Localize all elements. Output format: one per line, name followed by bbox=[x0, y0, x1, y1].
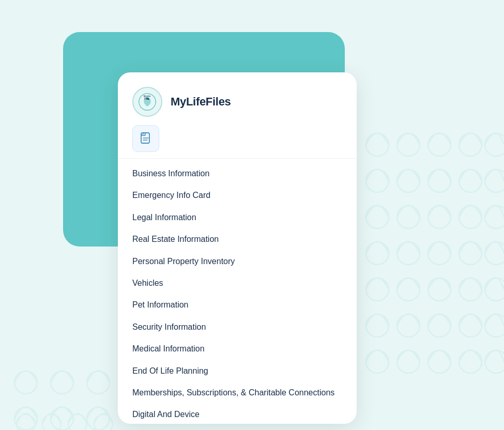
svg-point-11 bbox=[428, 170, 451, 192]
sidebar-item-label-personal-property-inventory: Personal Property Inventory bbox=[132, 257, 235, 266]
svg-point-35 bbox=[397, 350, 420, 373]
svg-point-2 bbox=[68, 414, 87, 430]
svg-point-30 bbox=[397, 314, 420, 337]
sidebar-panel: MyLife Files MyLifeFiles Business Inform… bbox=[118, 72, 357, 424]
svg-point-40 bbox=[51, 371, 73, 394]
svg-point-26 bbox=[428, 278, 451, 301]
svg-point-32 bbox=[459, 314, 482, 337]
file-icon bbox=[139, 131, 153, 146]
sidebar-item-label-digital-and-device: Digital And Device bbox=[132, 410, 200, 419]
svg-point-4 bbox=[366, 133, 389, 156]
navigation-list: Business InformationEmergency Info CardL… bbox=[118, 163, 357, 424]
sidebar-item-medical-information[interactable]: Medical Information bbox=[118, 338, 357, 360]
svg-point-19 bbox=[366, 242, 389, 265]
document-icon-button[interactable] bbox=[132, 125, 159, 152]
svg-point-37 bbox=[459, 350, 482, 373]
svg-point-20 bbox=[397, 242, 420, 265]
sidebar-header: MyLife Files MyLifeFiles bbox=[118, 72, 357, 125]
svg-point-31 bbox=[428, 314, 451, 337]
svg-point-14 bbox=[366, 206, 389, 228]
svg-point-16 bbox=[428, 206, 451, 228]
svg-point-25 bbox=[397, 278, 420, 301]
app-logo: MyLife Files bbox=[132, 87, 162, 117]
svg-point-27 bbox=[459, 278, 482, 301]
svg-point-9 bbox=[366, 170, 389, 192]
svg-point-22 bbox=[459, 242, 482, 265]
sidebar-item-security-information[interactable]: Security Information bbox=[118, 316, 357, 338]
svg-point-21 bbox=[428, 242, 451, 265]
svg-point-29 bbox=[366, 314, 389, 337]
sidebar-item-label-security-information: Security Information bbox=[132, 323, 206, 331]
svg-point-7 bbox=[459, 133, 482, 156]
svg-point-39 bbox=[14, 371, 37, 394]
svg-point-15 bbox=[397, 206, 420, 228]
sidebar-item-label-vehicles: Vehicles bbox=[132, 279, 163, 287]
svg-point-41 bbox=[87, 371, 110, 394]
sidebar-item-end-of-life-planning[interactable]: End Of Life Planning bbox=[118, 360, 357, 382]
sidebar-item-label-end-of-life-planning: End Of Life Planning bbox=[132, 366, 208, 375]
sidebar-item-label-memberships-subscriptions-charitable-connections: Memberships, Subscriptions, & Charitable… bbox=[132, 388, 334, 397]
sidebar-item-digital-and-device[interactable]: Digital And Device bbox=[118, 404, 357, 424]
svg-point-44 bbox=[87, 407, 110, 430]
sidebar-item-label-business-information: Business Information bbox=[132, 169, 209, 178]
sidebar-item-label-emergency-info-card: Emergency Info Card bbox=[132, 191, 210, 199]
sidebar-item-label-real-estate-information: Real Estate Information bbox=[132, 235, 219, 243]
sidebar-item-legal-information[interactable]: Legal Information bbox=[118, 207, 357, 228]
sidebar-item-personal-property-inventory[interactable]: Personal Property Inventory bbox=[118, 251, 357, 272]
svg-point-6 bbox=[428, 133, 451, 156]
sidebar-item-pet-information[interactable]: Pet Information bbox=[118, 294, 357, 316]
sidebar-item-label-medical-information: Medical Information bbox=[132, 344, 205, 353]
sidebar-item-vehicles[interactable]: Vehicles bbox=[118, 272, 357, 294]
logo-icon: MyLife Files bbox=[138, 93, 157, 111]
svg-point-24 bbox=[366, 278, 389, 301]
app-title: MyLifeFiles bbox=[171, 95, 231, 109]
sidebar-item-real-estate-information[interactable]: Real Estate Information bbox=[118, 228, 357, 250]
svg-point-17 bbox=[459, 206, 482, 228]
sidebar-item-label-pet-information: Pet Information bbox=[132, 300, 189, 309]
svg-text:Files: Files bbox=[144, 98, 149, 100]
svg-point-36 bbox=[428, 350, 451, 373]
svg-point-12 bbox=[459, 170, 482, 192]
svg-point-34 bbox=[366, 350, 389, 373]
svg-point-10 bbox=[397, 170, 420, 192]
sidebar-item-business-information[interactable]: Business Information bbox=[118, 163, 357, 185]
divider bbox=[118, 158, 357, 159]
svg-point-5 bbox=[397, 133, 420, 156]
sidebar-item-label-legal-information: Legal Information bbox=[132, 213, 196, 222]
sidebar-item-emergency-info-card[interactable]: Emergency Info Card bbox=[118, 185, 357, 206]
sidebar-item-memberships-subscriptions-charitable-connections[interactable]: Memberships, Subscriptions, & Charitable… bbox=[118, 382, 357, 404]
